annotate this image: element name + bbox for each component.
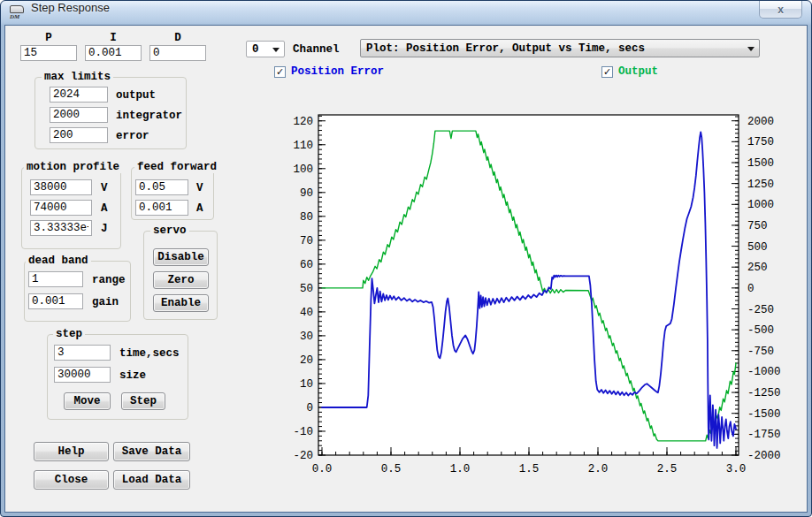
save-data-button[interactable]: Save Data [113,442,190,461]
p-input[interactable] [20,45,77,61]
svg-text:-250: -250 [747,304,774,316]
svg-text:-500: -500 [747,324,774,337]
position-error-label: Position Error [291,65,384,78]
svg-text:40: 40 [300,307,313,319]
svg-text:2000: 2000 [747,116,774,128]
svg-text:0: 0 [306,402,313,414]
svg-text:110: 110 [293,140,313,152]
svg-text:-20: -20 [293,450,313,462]
jerk-input[interactable] [30,220,92,236]
svg-text:-1000: -1000 [747,366,781,378]
max-limits-title: max limits [42,71,113,83]
svg-text:1750: 1750 [747,136,774,148]
svg-text:60: 60 [300,259,313,271]
svg-text:-1500: -1500 [747,408,781,421]
svg-text:30: 30 [300,331,313,343]
channel-value: 0 [252,43,259,56]
gain-input[interactable] [28,293,83,309]
velocity-label: V [101,182,108,194]
app-icon-label: DM [10,13,19,20]
range-input[interactable] [28,271,83,287]
dead-band-title: dead band [26,255,91,267]
enable-button[interactable]: Enable [153,294,209,312]
svg-text:-2000: -2000 [747,450,781,462]
step-response-window: DM Step Response x P I D 0 Channel Plot:… [0,0,812,517]
max-integrator-label: integrator [116,110,182,122]
output-label: Output [618,65,658,78]
move-button[interactable]: Move [64,392,111,410]
svg-text:-750: -750 [747,346,774,358]
svg-text:1500: 1500 [747,157,774,170]
ff-velocity-input[interactable] [135,179,188,195]
d-input[interactable] [149,45,206,61]
chevron-down-icon [747,47,755,51]
close-dialog-button[interactable]: Close [34,470,109,490]
max-error-input[interactable] [50,127,108,143]
i-input[interactable] [85,45,142,61]
plot-select[interactable]: Plot: Position Error, Output vs Time, se… [360,39,760,57]
ff-velocity-label: V [196,182,203,194]
svg-text:-10: -10 [293,426,313,438]
help-button[interactable]: Help [34,442,109,461]
step-title: step [53,328,85,340]
close-icon: x [778,4,784,16]
svg-text:0.0: 0.0 [312,463,333,475]
disable-button[interactable]: Disable [153,248,209,266]
accel-label: A [101,202,108,215]
p-label: P [20,32,77,44]
svg-text:1250: 1250 [747,179,774,191]
svg-text:-1750: -1750 [747,429,781,441]
position-error-checkbox[interactable]: ✓ [274,66,286,78]
chevron-down-icon [272,48,280,52]
jerk-label: J [101,223,108,235]
step-time-label: time,secs [119,347,180,360]
i-label: I [85,32,142,44]
load-data-button[interactable]: Load Data [113,470,190,490]
svg-text:500: 500 [747,241,768,254]
group-dead-band [24,261,131,322]
output-checkbox[interactable]: ✓ [601,66,613,78]
channel-label: Channel [293,43,340,56]
max-output-input[interactable] [50,87,108,103]
svg-text:3.0: 3.0 [726,463,747,475]
check-icon: ✓ [276,67,284,77]
svg-text:50: 50 [300,283,313,295]
accel-input[interactable] [30,200,92,216]
svg-text:2.5: 2.5 [657,463,678,475]
channel-select[interactable]: 0 [246,41,285,57]
svg-text:100: 100 [293,163,313,176]
ff-accel-label: A [196,202,203,215]
window-title: Step Response [31,1,110,14]
feed-forward-title: feed forward [134,161,219,173]
step-size-label: size [119,369,146,382]
svg-text:1.0: 1.0 [450,463,471,475]
max-output-label: output [116,89,156,102]
title-bar[interactable]: DM Step Response x [1,1,811,25]
zero-button[interactable]: Zero [153,271,209,289]
d-label: D [149,32,206,44]
svg-text:750: 750 [747,220,768,232]
step-size-input[interactable] [54,367,111,383]
app-icon: DM [9,4,27,21]
range-label: range [92,274,126,286]
ff-accel-input[interactable] [135,200,188,216]
svg-text:120: 120 [293,116,313,128]
check-icon: ✓ [603,67,611,77]
svg-text:0.5: 0.5 [381,463,402,475]
max-integrator-input[interactable] [50,107,108,123]
servo-title: servo [150,224,189,237]
svg-text:0: 0 [747,283,755,295]
gain-label: gain [92,296,119,308]
svg-text:2.0: 2.0 [588,463,609,475]
svg-text:250: 250 [747,262,768,274]
max-error-label: error [116,130,149,142]
svg-text:70: 70 [300,235,313,247]
svg-text:1.5: 1.5 [519,463,540,475]
svg-text:10: 10 [300,378,313,391]
plot-canvas: 1201101009080706050403020100-10-20200017… [284,107,812,483]
velocity-input[interactable] [30,179,92,195]
step-time-input[interactable] [54,345,111,361]
svg-text:1000: 1000 [747,199,774,211]
step-button[interactable]: Step [121,392,165,410]
close-button[interactable]: x [759,1,802,19]
